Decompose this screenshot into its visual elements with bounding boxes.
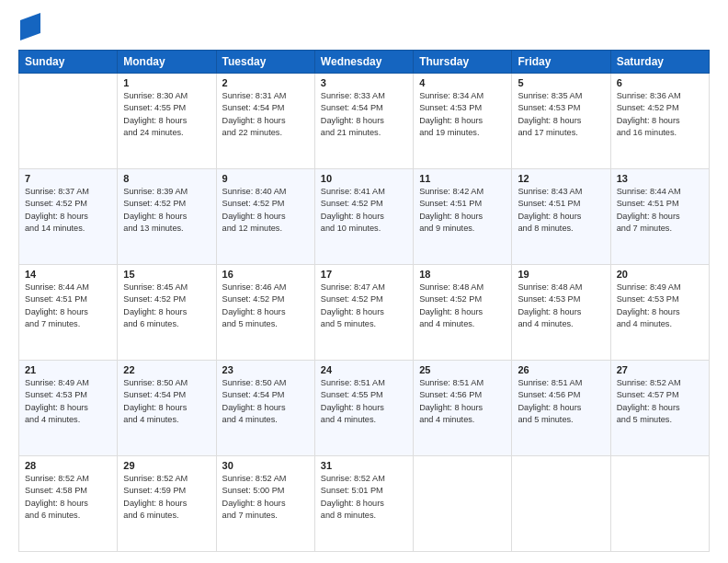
calendar-cell: 10Sunrise: 8:41 AM Sunset: 4:52 PM Dayli… [314,169,413,265]
day-info: Sunrise: 8:51 AM Sunset: 4:55 PM Dayligh… [321,377,407,426]
day-info: Sunrise: 8:35 AM Sunset: 4:53 PM Dayligh… [518,90,604,139]
calendar-cell: 19Sunrise: 8:48 AM Sunset: 4:53 PM Dayli… [512,265,610,361]
day-number: 7 [25,173,111,184]
calendar-cell: 31Sunrise: 8:52 AM Sunset: 5:01 PM Dayli… [314,456,413,552]
day-header-saturday: Saturday [610,51,709,74]
calendar-cell: 13Sunrise: 8:44 AM Sunset: 4:51 PM Dayli… [610,169,709,265]
calendar-cell: 12Sunrise: 8:43 AM Sunset: 4:51 PM Dayli… [512,169,610,265]
day-number: 20 [617,269,703,280]
day-number: 27 [617,364,703,375]
calendar-cell: 28Sunrise: 8:52 AM Sunset: 4:58 PM Dayli… [19,456,118,552]
calendar-cell: 1Sunrise: 8:30 AM Sunset: 4:55 PM Daylig… [118,74,216,169]
calendar-cell [512,456,610,552]
day-info: Sunrise: 8:47 AM Sunset: 4:52 PM Dayligh… [321,282,407,330]
day-number: 2 [222,77,309,88]
day-info: Sunrise: 8:30 AM Sunset: 4:55 PM Dayligh… [123,90,210,139]
calendar-cell: 22Sunrise: 8:50 AM Sunset: 4:54 PM Dayli… [118,361,216,456]
calendar-week-2: 7Sunrise: 8:37 AM Sunset: 4:52 PM Daylig… [19,169,710,265]
calendar-cell: 20Sunrise: 8:49 AM Sunset: 4:53 PM Dayli… [610,265,709,361]
day-number: 28 [25,460,111,471]
day-header-thursday: Thursday [414,51,512,74]
day-number: 4 [419,77,506,88]
day-info: Sunrise: 8:51 AM Sunset: 4:56 PM Dayligh… [518,377,604,426]
calendar-cell: 24Sunrise: 8:51 AM Sunset: 4:55 PM Dayli… [314,361,413,456]
day-info: Sunrise: 8:45 AM Sunset: 4:52 PM Dayligh… [123,282,210,330]
day-info: Sunrise: 8:49 AM Sunset: 4:53 PM Dayligh… [617,282,703,330]
calendar-cell: 6Sunrise: 8:36 AM Sunset: 4:52 PM Daylig… [610,74,709,169]
calendar-week-1: 1Sunrise: 8:30 AM Sunset: 4:55 PM Daylig… [19,74,710,169]
calendar-cell [414,456,512,552]
calendar-cell: 29Sunrise: 8:52 AM Sunset: 4:59 PM Dayli… [118,456,216,552]
calendar-cell: 3Sunrise: 8:33 AM Sunset: 4:54 PM Daylig… [314,74,413,169]
day-header-wednesday: Wednesday [314,51,413,74]
day-number: 9 [222,173,309,184]
day-header-monday: Monday [118,51,216,74]
day-header-sunday: Sunday [19,51,118,74]
day-info: Sunrise: 8:52 AM Sunset: 4:58 PM Dayligh… [25,473,111,522]
calendar-cell: 4Sunrise: 8:34 AM Sunset: 4:53 PM Daylig… [414,74,512,169]
day-number: 25 [419,364,506,375]
calendar-cell: 27Sunrise: 8:52 AM Sunset: 4:57 PM Dayli… [610,361,709,456]
day-info: Sunrise: 8:37 AM Sunset: 4:52 PM Dayligh… [25,186,111,235]
day-info: Sunrise: 8:48 AM Sunset: 4:52 PM Dayligh… [419,282,506,330]
day-number: 17 [321,269,407,280]
day-info: Sunrise: 8:44 AM Sunset: 4:51 PM Dayligh… [617,186,703,235]
day-number: 30 [222,460,309,471]
calendar-cell: 14Sunrise: 8:44 AM Sunset: 4:51 PM Dayli… [19,265,118,361]
day-info: Sunrise: 8:52 AM Sunset: 4:59 PM Dayligh… [123,473,210,522]
day-number: 16 [222,269,309,280]
calendar-table: SundayMondayTuesdayWednesdayThursdayFrid… [18,50,710,552]
calendar-week-5: 28Sunrise: 8:52 AM Sunset: 4:58 PM Dayli… [19,456,710,552]
day-number: 12 [518,173,604,184]
calendar-cell [610,456,709,552]
calendar-cell: 23Sunrise: 8:50 AM Sunset: 4:54 PM Dayli… [216,361,314,456]
calendar-cell: 25Sunrise: 8:51 AM Sunset: 4:56 PM Dayli… [414,361,512,456]
day-info: Sunrise: 8:43 AM Sunset: 4:51 PM Dayligh… [518,186,604,235]
header [18,17,710,40]
day-number: 13 [617,173,703,184]
day-info: Sunrise: 8:36 AM Sunset: 4:52 PM Dayligh… [617,90,703,139]
day-info: Sunrise: 8:52 AM Sunset: 4:57 PM Dayligh… [617,377,703,426]
calendar-cell: 9Sunrise: 8:40 AM Sunset: 4:52 PM Daylig… [216,169,314,265]
svg-marker-0 [20,13,40,40]
day-number: 5 [518,77,604,88]
calendar-week-4: 21Sunrise: 8:49 AM Sunset: 4:53 PM Dayli… [19,361,710,456]
calendar-cell: 30Sunrise: 8:52 AM Sunset: 5:00 PM Dayli… [216,456,314,552]
day-info: Sunrise: 8:31 AM Sunset: 4:54 PM Dayligh… [222,90,309,139]
day-number: 29 [123,460,210,471]
day-info: Sunrise: 8:49 AM Sunset: 4:53 PM Dayligh… [25,377,111,426]
calendar-cell: 8Sunrise: 8:39 AM Sunset: 4:52 PM Daylig… [118,169,216,265]
day-info: Sunrise: 8:34 AM Sunset: 4:53 PM Dayligh… [419,90,506,139]
day-info: Sunrise: 8:33 AM Sunset: 4:54 PM Dayligh… [321,90,407,139]
calendar-cell: 15Sunrise: 8:45 AM Sunset: 4:52 PM Dayli… [118,265,216,361]
day-number: 3 [321,77,407,88]
logo [18,17,40,40]
day-number: 8 [123,173,210,184]
day-header-friday: Friday [512,51,610,74]
day-number: 26 [518,364,604,375]
calendar-cell: 17Sunrise: 8:47 AM Sunset: 4:52 PM Dayli… [314,265,413,361]
day-number: 18 [419,269,506,280]
calendar-cell: 16Sunrise: 8:46 AM Sunset: 4:52 PM Dayli… [216,265,314,361]
calendar-week-3: 14Sunrise: 8:44 AM Sunset: 4:51 PM Dayli… [19,265,710,361]
calendar-cell: 21Sunrise: 8:49 AM Sunset: 4:53 PM Dayli… [19,361,118,456]
calendar-cell: 5Sunrise: 8:35 AM Sunset: 4:53 PM Daylig… [512,74,610,169]
calendar-cell: 7Sunrise: 8:37 AM Sunset: 4:52 PM Daylig… [19,169,118,265]
calendar-header-row: SundayMondayTuesdayWednesdayThursdayFrid… [19,51,710,74]
day-number: 10 [321,173,407,184]
day-info: Sunrise: 8:42 AM Sunset: 4:51 PM Dayligh… [419,186,506,235]
day-number: 23 [222,364,309,375]
day-info: Sunrise: 8:50 AM Sunset: 4:54 PM Dayligh… [123,377,210,426]
day-info: Sunrise: 8:50 AM Sunset: 4:54 PM Dayligh… [222,377,309,426]
day-number: 11 [419,173,506,184]
calendar-cell: 26Sunrise: 8:51 AM Sunset: 4:56 PM Dayli… [512,361,610,456]
logo-icon [20,13,40,40]
day-info: Sunrise: 8:41 AM Sunset: 4:52 PM Dayligh… [321,186,407,235]
day-number: 31 [321,460,407,471]
day-number: 1 [123,77,210,88]
day-number: 6 [617,77,703,88]
day-info: Sunrise: 8:46 AM Sunset: 4:52 PM Dayligh… [222,282,309,330]
day-header-tuesday: Tuesday [216,51,314,74]
day-info: Sunrise: 8:48 AM Sunset: 4:53 PM Dayligh… [518,282,604,330]
day-info: Sunrise: 8:39 AM Sunset: 4:52 PM Dayligh… [123,186,210,235]
